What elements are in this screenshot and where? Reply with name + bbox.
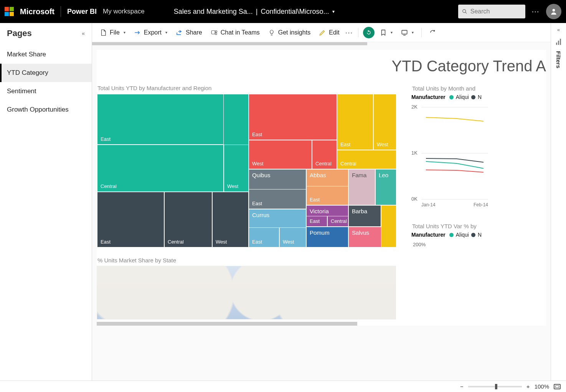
treemap-cell-victoria-east[interactable]: East xyxy=(306,216,327,227)
export-label: Export xyxy=(144,29,162,36)
treemap-cell-natura-west[interactable]: West xyxy=(212,192,249,247)
toolbar-more-icon[interactable]: ⋯ xyxy=(345,28,353,37)
treemap-cell-vanarsdel-central[interactable]: Central xyxy=(97,145,224,192)
page-item-sentiment[interactable]: Sentiment xyxy=(0,82,92,100)
microsoft-logo-icon xyxy=(5,7,14,16)
sensitivity-label[interactable]: Confidential\Microso... xyxy=(261,8,329,16)
treemap-cell-leo[interactable]: Leo xyxy=(375,169,396,205)
treemap-cell-natura-east[interactable]: East xyxy=(97,192,164,247)
insights-label: Get insights xyxy=(278,29,310,36)
report-name[interactable]: Sales and Marketing Sa... xyxy=(174,8,253,16)
person-icon xyxy=(550,8,558,15)
chat-teams-button[interactable]: Chat in Teams xyxy=(208,27,263,38)
chevron-down-icon[interactable]: ▾ xyxy=(332,9,335,14)
zoom-thumb[interactable] xyxy=(495,384,497,389)
treemap-cell-aliqui-central[interactable]: Central xyxy=(312,140,337,169)
linechart-legend[interactable]: Manufacturer Aliqui N xyxy=(411,94,500,100)
cell-label: East xyxy=(252,132,262,137)
file-menu[interactable]: File▾ xyxy=(97,27,129,38)
treemap-cell-natura-central[interactable]: Central xyxy=(164,192,212,247)
cell-label: East xyxy=(101,136,111,142)
teams-icon xyxy=(211,29,218,36)
legend-item[interactable]: Aliqui xyxy=(456,94,469,100)
cell-label: Victoria xyxy=(310,208,329,214)
app-label[interactable]: Power BI xyxy=(67,8,97,16)
report-canvas[interactable]: YTD Category Trend A Total Units YTD by … xyxy=(92,42,551,380)
breadcrumb-sep: | xyxy=(256,8,258,16)
zoom-in-button[interactable]: + xyxy=(526,383,530,390)
workspace-link[interactable]: My workspace xyxy=(103,8,145,15)
search-box[interactable] xyxy=(458,5,525,18)
search-input[interactable] xyxy=(470,8,521,15)
treemap-cell-aliqui-west[interactable]: West xyxy=(249,140,312,169)
treemap-cell-fama[interactable]: Fama xyxy=(348,169,375,205)
y-tick: 0K xyxy=(411,196,417,202)
bookmark-menu[interactable]: ▾ xyxy=(377,27,396,38)
treemap-cell-aliqui-east[interactable]: East xyxy=(249,94,337,140)
page-item-market-share[interactable]: Market Share xyxy=(0,45,92,64)
cell-label: West xyxy=(216,239,227,245)
main-area: File▾ Export▾ Share Chat in Teams Get in… xyxy=(92,23,551,380)
map-visual[interactable] xyxy=(97,266,396,320)
account-avatar[interactable] xyxy=(546,4,561,19)
treemap-cell-vanarsdel-east[interactable]: East xyxy=(97,94,224,145)
share-button[interactable]: Share xyxy=(173,27,205,38)
scrollbar-horizontal-bottom[interactable] xyxy=(97,322,357,326)
scrollbar-horizontal-top[interactable] xyxy=(92,42,367,45)
treemap-cell-currus-east[interactable]: East xyxy=(249,227,279,247)
cell-label: Central xyxy=(340,161,356,166)
collapse-pages-icon[interactable]: « xyxy=(82,30,85,36)
treemap-cell-currus-west[interactable]: West xyxy=(279,227,306,247)
cell-label: West xyxy=(227,183,238,189)
treemap-cell-pirum-central[interactable]: Central xyxy=(337,150,396,169)
x-axis: Jan-14 Feb-14 xyxy=(421,202,488,208)
var-chart-legend[interactable]: Manufacturer Aliqui N xyxy=(411,232,500,238)
treemap-cell-quibus-east[interactable]: East xyxy=(249,189,306,209)
expand-filters-icon[interactable]: « xyxy=(557,27,560,33)
edit-button[interactable]: Edit xyxy=(316,27,343,38)
more-options-icon[interactable]: ⋯ xyxy=(531,7,540,16)
legend-item[interactable]: N xyxy=(478,94,482,100)
pencil-icon xyxy=(319,29,326,36)
treemap-cell-victoria-central[interactable]: Central xyxy=(327,216,348,227)
cell-label: East xyxy=(340,142,350,147)
svg-point-5 xyxy=(215,30,217,32)
x-tick: Jan-14 xyxy=(421,202,436,208)
cell-label: Central xyxy=(315,161,332,166)
svg-point-0 xyxy=(463,10,466,13)
legend-item[interactable]: N xyxy=(478,232,482,238)
refresh-button[interactable] xyxy=(426,27,439,38)
insights-button[interactable]: Get insights xyxy=(265,27,314,38)
breadcrumb: Sales and Marketing Sa... | Confidential… xyxy=(174,8,335,16)
treemap-cell-barba[interactable]: Barba xyxy=(348,205,381,227)
screen-icon xyxy=(401,29,408,36)
treemap-cell-vanarsdel-west[interactable]: West xyxy=(224,145,249,192)
view-menu[interactable]: ▾ xyxy=(398,27,417,38)
fit-to-page-icon[interactable] xyxy=(554,384,561,389)
reset-icon xyxy=(366,30,372,36)
linechart-title: Total Units by Month and xyxy=(412,85,500,92)
page-item-ytd-category[interactable]: YTD Category xyxy=(0,64,92,82)
search-icon xyxy=(462,8,467,15)
reset-button[interactable] xyxy=(363,27,375,38)
svg-line-1 xyxy=(465,12,467,13)
treemap-cell-misc[interactable] xyxy=(381,205,396,247)
filters-pane-collapsed[interactable]: « Filters xyxy=(551,23,566,380)
treemap-cell-pirum-east[interactable]: East xyxy=(337,94,373,150)
page-item-growth[interactable]: Growth Opportunities xyxy=(0,100,92,119)
treemap-cell-abbas-east[interactable]: East xyxy=(306,186,348,205)
status-bar: − + 100% xyxy=(0,380,566,392)
zoom-out-button[interactable]: − xyxy=(460,383,464,390)
zoom-slider[interactable] xyxy=(468,386,522,387)
treemap-visual[interactable]: VanArsdel East Central West Natura East … xyxy=(97,94,396,247)
treemap-cell-salvus[interactable]: Salvus xyxy=(348,227,385,247)
treemap-cell-pomum[interactable]: Pomum xyxy=(306,227,348,247)
legend-item[interactable]: Aliqui xyxy=(456,232,469,238)
export-menu[interactable]: Export▾ xyxy=(131,27,170,38)
file-icon xyxy=(100,29,107,36)
treemap-cell-pirum-west[interactable]: West xyxy=(373,94,396,150)
line-chart-visual[interactable]: 2K 1K 0K Jan-14 xyxy=(411,104,488,208)
pages-title: Pages xyxy=(7,28,32,38)
legend-label: Manufacturer xyxy=(411,232,446,238)
lightbulb-icon xyxy=(268,29,275,36)
